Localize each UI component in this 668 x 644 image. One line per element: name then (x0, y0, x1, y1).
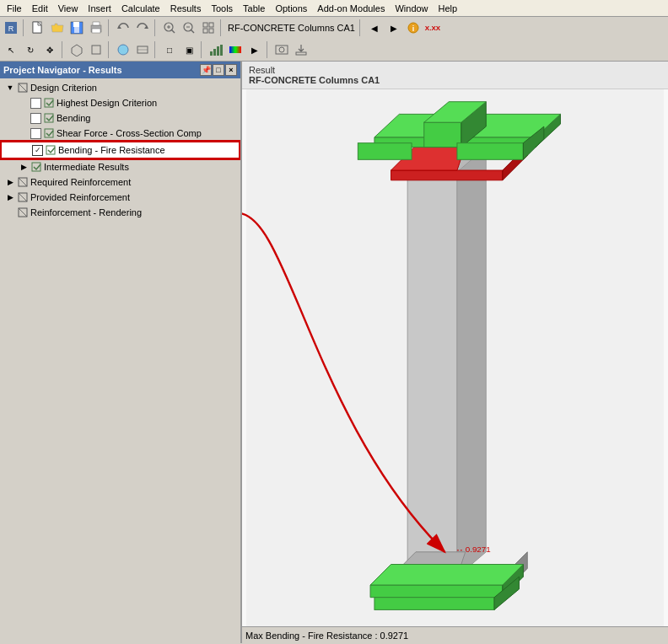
tree-item-bending[interactable]: Bending (0, 110, 240, 126)
view-front-btn[interactable] (87, 40, 105, 59)
svg-line-38 (19, 83, 27, 92)
checkbox-shear-force[interactable] (30, 128, 41, 139)
zoom-all-btn[interactable] (199, 19, 218, 37)
tree-item-design-criterion[interactable]: ▼ Design Criterion (0, 80, 240, 95)
expand-required-reinf[interactable]: ▶ (3, 175, 17, 189)
svg-rect-72 (374, 598, 494, 610)
menu-view[interactable]: View (53, 2, 84, 15)
back-btn[interactable]: ◀ (365, 19, 384, 37)
menu-window[interactable]: Window (390, 2, 433, 15)
pan-btn[interactable]: ✥ (40, 40, 59, 59)
expand-intermediate[interactable]: ▶ (17, 160, 30, 174)
misc-btn1[interactable]: i (404, 19, 423, 37)
checkbox-highest-design[interactable] (30, 98, 41, 109)
checkbox-bending[interactable] (30, 113, 41, 124)
checkbox-bending-fire[interactable]: ✓ (32, 145, 43, 156)
menubar: File Edit View Insert Calculate Results … (0, 0, 668, 17)
svg-text:i: i (412, 24, 415, 33)
xxx-btn[interactable]: X.XX (423, 19, 442, 37)
toolbar-sep-6 (62, 41, 65, 58)
menu-insert[interactable]: Insert (83, 2, 116, 15)
highest-design-label: Highest Design Criterion (57, 98, 157, 108)
svg-rect-67 (457, 143, 523, 160)
svg-rect-8 (92, 29, 100, 33)
menu-edit[interactable]: Edit (27, 2, 53, 15)
toolbar-area: R RF-CONCRETE Columns CA1 ◀ ▶ i X.XX ↖ ↻… (0, 17, 668, 62)
tree-item-highest-design[interactable]: Highest Design Criterion (0, 95, 240, 110)
canvas-area[interactable]: 0.9271 (242, 89, 668, 626)
toolbar-sep-3 (154, 19, 158, 36)
menu-options[interactable]: Options (270, 2, 312, 15)
menu-results[interactable]: Results (165, 2, 207, 15)
svg-rect-7 (93, 22, 100, 25)
shear-force-icon (43, 126, 57, 140)
zoom-out-btn[interactable] (180, 19, 198, 37)
render-btn[interactable] (114, 40, 132, 59)
open-btn[interactable] (48, 19, 67, 37)
wire-btn[interactable] (133, 40, 152, 59)
cursor-btn[interactable]: ↖ (2, 40, 20, 59)
menu-file[interactable]: File (2, 2, 27, 15)
reinf-rendering-label: Reinforcement - Rendering (30, 207, 142, 217)
float-button[interactable]: □ (213, 64, 224, 76)
svg-rect-29 (210, 51, 213, 56)
app-title-label: RF-CONCRETE Columns CA1 (226, 23, 357, 33)
print-btn[interactable] (87, 19, 105, 37)
svg-line-47 (19, 193, 27, 201)
redo-btn[interactable] (133, 19, 152, 37)
toolbar-sep-7 (108, 41, 111, 58)
tree-item-reinf-rendering[interactable]: Reinforcement - Rendering (0, 205, 240, 220)
svg-text:0.9271: 0.9271 (466, 545, 491, 554)
tree-item-bending-fire[interactable]: ✓ Bending - Fire Resistance (0, 141, 240, 159)
result-subtitle: RF-CONCRETE Columns CA1 (249, 75, 661, 85)
svg-rect-25 (92, 46, 100, 54)
toolbar-sep-10 (267, 41, 270, 58)
intermediate-label: Intermediate Results (44, 162, 129, 172)
toolbar-row-2: ↖ ↻ ✥ □ ▣ ▶ (0, 39, 668, 61)
svg-rect-66 (358, 143, 412, 160)
animate-btn[interactable]: ▶ (245, 40, 264, 59)
toolbar-row-1: R RF-CONCRETE Columns CA1 ◀ ▶ i X.XX (0, 17, 668, 39)
results-toggle-btn[interactable] (207, 40, 225, 59)
svg-line-49 (19, 208, 27, 217)
svg-rect-31 (217, 46, 219, 56)
select-btn[interactable]: □ (160, 40, 179, 59)
color-scale-btn[interactable] (226, 40, 245, 59)
forward-btn[interactable]: ▶ (385, 19, 403, 37)
provided-reinf-label: Provided Reinforcement (30, 192, 130, 202)
panel-title: Project Navigator - Results (3, 65, 122, 75)
save-btn[interactable] (67, 19, 86, 37)
menu-help[interactable]: Help (434, 2, 463, 15)
tree-item-provided-reinf[interactable]: ▶ Provided Reinforcement (0, 190, 240, 205)
export-btn[interactable] (292, 40, 310, 59)
svg-line-16 (191, 30, 194, 33)
view-3d-btn[interactable] (67, 40, 86, 59)
toolbar-sep-5 (359, 19, 363, 36)
close-button[interactable]: × (225, 64, 237, 76)
svg-marker-57 (391, 170, 503, 180)
rotate-btn[interactable]: ↻ (21, 40, 40, 59)
pin-button[interactable]: 📌 (200, 64, 212, 76)
tree-item-required-reinf[interactable]: ▶ Required Reinforcement (0, 174, 240, 190)
menu-table[interactable]: Table (238, 2, 270, 15)
svg-marker-69 (370, 585, 503, 598)
zoom-in-btn[interactable] (160, 19, 179, 37)
screenshot-btn[interactable] (272, 40, 291, 59)
svg-marker-71 (370, 565, 523, 586)
main-layout: Project Navigator - Results 📌 □ × ▼ Desi… (0, 62, 668, 643)
tree-item-intermediate[interactable]: ▶ Intermediate Results (0, 159, 240, 174)
expand-provided-reinf[interactable]: ▶ (3, 191, 17, 204)
undo-btn[interactable] (114, 19, 132, 37)
tree-item-shear-force[interactable]: Shear Force - Cross-Section Comp (0, 126, 240, 141)
menu-calculate[interactable]: Calculate (116, 2, 165, 15)
menu-tools[interactable]: Tools (206, 2, 238, 15)
status-text: Max Bending - Fire Resistance : 0.9271 (245, 631, 408, 641)
new-btn[interactable] (29, 19, 47, 37)
expand-design-criterion[interactable]: ▼ (3, 81, 17, 94)
menu-addon[interactable]: Add-on Modules (312, 2, 390, 15)
left-panel: Project Navigator - Results 📌 □ × ▼ Desi… (0, 62, 242, 643)
app-icon[interactable]: R (2, 19, 20, 37)
svg-line-45 (19, 178, 27, 186)
deselect-btn[interactable]: ▣ (180, 40, 198, 59)
status-bar: Max Bending - Fire Resistance : 0.9271 (242, 626, 668, 643)
